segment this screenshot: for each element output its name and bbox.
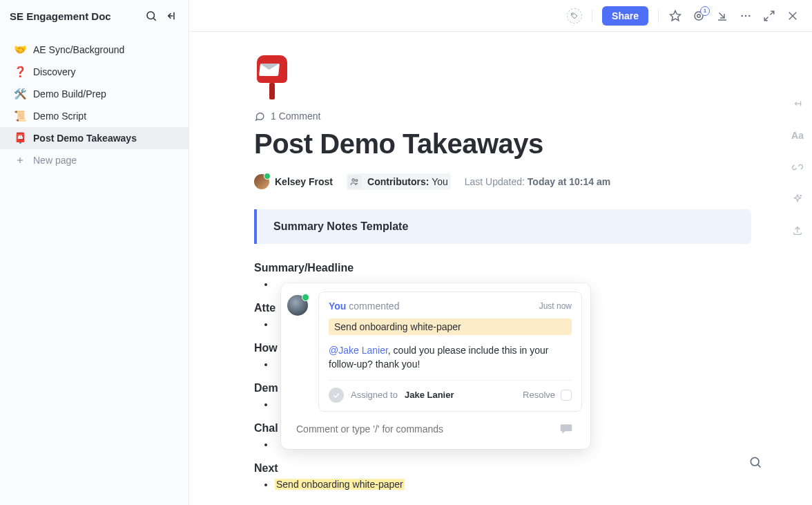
sidebar-item-label: Demo Build/Prep	[33, 88, 106, 99]
search-icon[interactable]	[144, 9, 158, 23]
tag-icon[interactable]	[567, 8, 582, 23]
svg-point-9	[697, 14, 701, 17]
sidebar-header: SE Engagement Doc	[0, 0, 188, 32]
comment-count[interactable]: 1 Comment	[254, 111, 751, 122]
upload-icon[interactable]	[791, 224, 804, 238]
section-heading[interactable]: Next	[254, 462, 751, 475]
sidebar-new-page[interactable]: New page	[0, 149, 188, 171]
send-icon[interactable]	[557, 421, 575, 437]
sidebar-item-discovery[interactable]: ❓ Discovery	[0, 61, 188, 83]
avatar	[287, 295, 308, 316]
divider	[592, 9, 592, 23]
doc-workspace-title: SE Engagement Doc	[10, 10, 144, 22]
tools-icon: 🛠️	[14, 88, 26, 100]
link-icon[interactable]	[791, 160, 804, 174]
svg-line-15	[771, 11, 774, 15]
bullet-list[interactable]: Send onboarding white-paper	[254, 479, 751, 491]
sidebar-item-label: Demo Script	[33, 111, 86, 122]
comment-body: @Jake Lanier, could you please include t…	[329, 343, 572, 372]
svg-point-12	[741, 15, 743, 17]
owner-name: Kelsey Frost	[275, 176, 333, 187]
svg-point-14	[748, 15, 751, 17]
scroll-icon: 📜	[14, 110, 26, 122]
svg-point-0	[147, 12, 155, 19]
sidebar-item-demo-script[interactable]: 📜 Demo Script	[0, 105, 188, 127]
comment-popup: You commented Just now Send onboarding w…	[281, 283, 590, 449]
postbox-icon: 📮	[14, 132, 26, 144]
section-heading[interactable]: Summary/Headline	[254, 262, 751, 274]
topbar: Share 1	[189, 0, 812, 32]
resolve-label: Resolve	[523, 390, 555, 400]
sidebar-nav: 🤝 AE Sync/Background ❓ Discovery 🛠️ Demo…	[0, 32, 188, 171]
contributors-chip[interactable]: Contributors: You	[347, 173, 451, 190]
notification-icon[interactable]: 1	[692, 9, 706, 23]
new-page-label: New page	[33, 155, 77, 166]
comment-author[interactable]: You	[329, 301, 346, 312]
close-icon[interactable]	[786, 9, 800, 23]
svg-point-21	[800, 196, 801, 196]
divider	[658, 9, 659, 23]
notification-badge: 1	[700, 6, 710, 16]
comment-quote: Send onboarding white-paper	[329, 318, 572, 335]
collapse-sidebar-icon[interactable]	[165, 9, 179, 23]
comment-header: You commented Just now	[329, 301, 572, 312]
comment-author-line: You commented	[329, 301, 399, 312]
sidebar: SE Engagement Doc 🤝 AE Sync/Background ❓…	[0, 0, 189, 505]
svg-point-23	[352, 179, 355, 182]
assigned-label: Assigned to	[351, 390, 398, 400]
contributors-value: You	[432, 176, 448, 187]
svg-point-25	[751, 457, 759, 466]
star-icon[interactable]	[668, 9, 682, 23]
check-circle-icon[interactable]	[329, 388, 344, 403]
page-title[interactable]: Post Demo Takeaways	[254, 128, 751, 160]
contributors-label: Contributors:	[367, 176, 429, 187]
sidebar-item-label: Discovery	[33, 66, 75, 77]
resolve-control[interactable]: Resolve	[523, 390, 572, 401]
comment-input[interactable]	[296, 423, 550, 435]
comment-footer: Assigned to Jake Lanier Resolve	[329, 380, 572, 403]
owner-chip[interactable]: Kelsey Frost	[254, 174, 333, 189]
page-emoji-postbox[interactable]	[254, 55, 293, 101]
handshake-icon: 🤝	[14, 44, 26, 56]
more-icon[interactable]	[739, 9, 753, 23]
indent-icon[interactable]	[791, 97, 804, 111]
sidebar-item-ae-sync[interactable]: 🤝 AE Sync/Background	[0, 39, 188, 61]
svg-line-10	[719, 12, 725, 18]
svg-line-16	[764, 17, 768, 20]
sidebar-item-label: Post Demo Takeaways	[33, 133, 137, 144]
list-item[interactable]: Send onboarding white-paper	[275, 479, 751, 491]
sparkle-icon[interactable]	[791, 192, 804, 206]
text-style-icon[interactable]: Aa	[791, 128, 804, 142]
avatar	[254, 174, 269, 189]
people-icon	[348, 175, 362, 189]
assigned-name: Jake Lanier	[405, 390, 454, 400]
updated-value: Today at 10:14 am	[528, 176, 610, 187]
sidebar-item-demo-build[interactable]: 🛠️ Demo Build/Prep	[0, 83, 188, 105]
sidebar-item-label: AE Sync/Background	[33, 44, 124, 55]
svg-point-6	[572, 14, 574, 15]
last-updated: Last Updated: Today at 10:14 am	[465, 176, 610, 187]
comment-time: Just now	[539, 301, 572, 311]
svg-line-26	[758, 465, 761, 468]
svg-point-13	[745, 15, 747, 17]
share-button[interactable]: Share	[602, 6, 648, 26]
resolve-checkbox[interactable]	[561, 390, 572, 401]
callout-block[interactable]: Summary Notes Template	[254, 209, 751, 244]
right-rail: Aa	[783, 97, 812, 238]
mention[interactable]: @Jake Lanier	[329, 345, 388, 356]
svg-line-1	[153, 18, 155, 20]
sidebar-item-post-demo[interactable]: 📮 Post Demo Takeaways	[0, 127, 188, 149]
download-icon[interactable]	[715, 9, 729, 23]
comment-input-row	[289, 412, 582, 441]
highlighted-text[interactable]: Send onboarding white-paper	[275, 479, 405, 490]
question-icon: ❓	[14, 66, 26, 78]
comment-icon	[254, 111, 265, 122]
meta-row: Kelsey Frost Contributors: You Last Upda…	[254, 173, 751, 190]
expand-icon[interactable]	[762, 9, 776, 23]
comment-card: You commented Just now Send onboarding w…	[318, 292, 582, 412]
comment-count-label: 1 Comment	[271, 111, 320, 122]
plus-icon	[14, 154, 26, 166]
comment-action: commented	[349, 301, 399, 312]
sidebar-header-actions	[144, 9, 179, 23]
find-in-page-icon[interactable]	[747, 454, 764, 470]
